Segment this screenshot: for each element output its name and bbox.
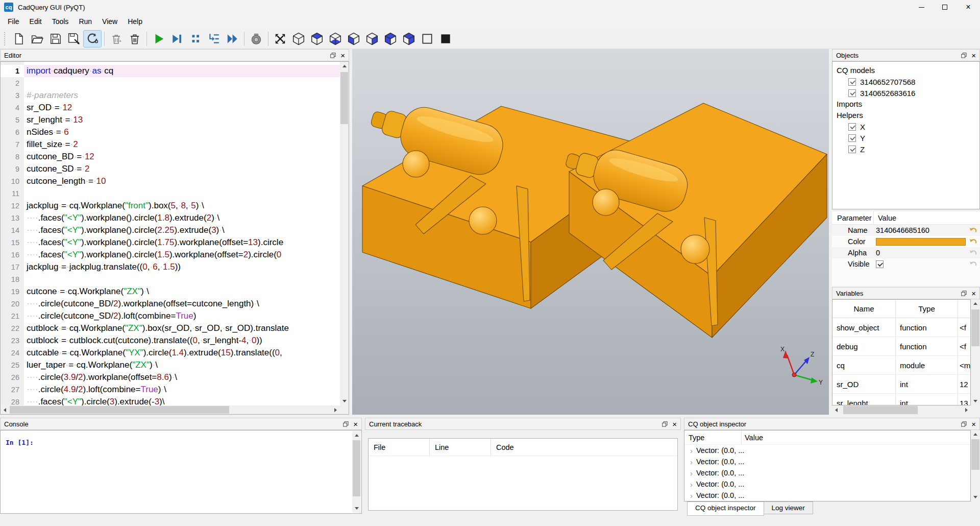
scroll-right-button[interactable]: [331, 405, 340, 414]
color-swatch[interactable]: [876, 238, 966, 246]
inspector-close-button[interactable]: ×: [971, 420, 976, 428]
scrollbar-thumb[interactable]: [10, 406, 229, 414]
new-script-button[interactable]: [10, 31, 28, 47]
objects-close-button[interactable]: ×: [971, 52, 976, 59]
variable-row-show_object[interactable]: show_objectfunction<f: [832, 318, 970, 337]
inspector-vertical-scrollbar[interactable]: [971, 430, 980, 501]
code-line[interactable]: [24, 77, 340, 89]
inspector-float-button[interactable]: [961, 421, 967, 427]
autoreload-button[interactable]: [84, 31, 101, 47]
screenshot-button[interactable]: [248, 31, 265, 47]
scroll-left-button[interactable]: [1, 405, 9, 414]
maximize-button[interactable]: [933, 0, 957, 14]
expand-chevron-icon[interactable]: ›: [684, 469, 696, 477]
open-script-button[interactable]: [29, 31, 46, 47]
tree-item-3140652707568[interactable]: 3140652707568: [832, 76, 979, 87]
front-view-button[interactable]: [345, 31, 362, 47]
console-input-area[interactable]: In [1]:: [0, 430, 362, 514]
code-editor[interactable]: 1234567891011121314151617181920212223242…: [0, 61, 349, 415]
scrollbar-thumb[interactable]: [353, 440, 360, 496]
scroll-up-button[interactable]: [971, 299, 979, 308]
debug-button[interactable]: [168, 31, 186, 47]
step-button[interactable]: [205, 31, 223, 47]
code-line[interactable]: import·cadquery·as·cq: [24, 65, 340, 77]
editor-code-area[interactable]: import·cadquery·as·cq#·parameterssr_OD·=…: [24, 62, 340, 405]
expand-chevron-icon[interactable]: ›: [684, 446, 696, 455]
inspector-row[interactable]: ›Vector: (0.0, ...: [684, 467, 970, 479]
code-line[interactable]: ····.faces("<Y").workplane().circle(1.75…: [24, 236, 340, 249]
visibility-checkbox[interactable]: [848, 146, 856, 153]
tab-log-viewer[interactable]: Log viewer: [764, 501, 813, 514]
code-line[interactable]: sr_OD·=·12: [24, 102, 340, 114]
code-line[interactable]: cutcone_BD·=·12: [24, 151, 340, 163]
minimize-button[interactable]: [910, 0, 933, 14]
expand-chevron-icon[interactable]: ›: [684, 480, 696, 489]
clear-console-button[interactable]: [108, 31, 125, 47]
scrollbar-thumb[interactable]: [843, 406, 918, 414]
inspector-row[interactable]: ›Vector: (0.0, ...: [684, 479, 970, 490]
inspector-row[interactable]: ›Vector: (0.0, ...: [684, 490, 970, 501]
undo-button[interactable]: [966, 226, 980, 234]
visibility-checkbox[interactable]: [848, 123, 856, 131]
code-line[interactable]: ····.faces("<Y").workplane().circle(2.25…: [24, 224, 340, 236]
code-line[interactable]: nSides·=·6: [24, 126, 340, 138]
console-close-button[interactable]: ×: [353, 420, 358, 428]
code-line[interactable]: cutblock·=·cq.Workplane("ZX").box(sr_OD,…: [24, 322, 340, 334]
code-line[interactable]: cutblock·=·cutblock.cut(cutcone).transla…: [24, 334, 340, 347]
scroll-up-button[interactable]: [352, 431, 361, 440]
variable-row-sr_lenght[interactable]: sr_lenghtint13: [832, 394, 970, 405]
variables-close-button[interactable]: ×: [971, 290, 976, 297]
menu-run[interactable]: Run: [74, 15, 97, 28]
breakpoints-button[interactable]: [187, 31, 204, 47]
tree-group-imports[interactable]: Imports: [832, 99, 979, 110]
scrollbar-thumb[interactable]: [971, 309, 979, 346]
variable-row-debug[interactable]: debugfunction<f: [832, 337, 970, 356]
left-view-button[interactable]: [382, 31, 399, 47]
console-vertical-scrollbar[interactable]: [352, 431, 361, 513]
menu-tools[interactable]: Tools: [47, 15, 74, 28]
visibility-checkbox[interactable]: [848, 78, 856, 86]
tree-item-x[interactable]: X: [832, 121, 979, 132]
shaded-button[interactable]: [437, 31, 454, 47]
scroll-up-button[interactable]: [971, 430, 979, 439]
save-script-button[interactable]: [47, 31, 64, 47]
code-line[interactable]: luer_taper·=·cq.Workplane("ZX")·\: [24, 359, 340, 371]
scrollbar-thumb[interactable]: [340, 72, 348, 124]
code-line[interactable]: cutcone_SD·=·2: [24, 163, 340, 175]
code-line[interactable]: cutcable·=·cq.Workplane("YX").circle(1.4…: [24, 347, 340, 359]
tree-group-cq-models[interactable]: CQ models: [832, 65, 979, 76]
code-line[interactable]: cutcone·=·cq.Workplane("ZX")·\: [24, 285, 340, 298]
render-button[interactable]: [150, 31, 167, 47]
scroll-down-button[interactable]: [971, 493, 979, 501]
scroll-up-button[interactable]: [340, 62, 349, 70]
objects-float-button[interactable]: [961, 53, 967, 58]
menu-help[interactable]: Help: [122, 15, 148, 28]
undo-button[interactable]: [966, 237, 980, 246]
scroll-right-button[interactable]: [962, 405, 971, 414]
scroll-left-button[interactable]: [832, 405, 841, 414]
back-view-button[interactable]: [363, 31, 381, 47]
code-line[interactable]: ····.circle(3.9/2).workplane(offset=8.6)…: [24, 371, 340, 384]
top-view-button[interactable]: [308, 31, 326, 47]
expand-chevron-icon[interactable]: ›: [684, 491, 696, 500]
code-line[interactable]: #·parameters: [24, 89, 340, 102]
variables-float-button[interactable]: [961, 291, 967, 296]
editor-close-button[interactable]: ×: [340, 52, 345, 59]
close-button[interactable]: ×: [957, 0, 980, 14]
code-line[interactable]: ····.circle(cutcone_BD/2).workplane(offs…: [24, 298, 340, 310]
code-line[interactable]: [24, 273, 340, 285]
tree-item-y[interactable]: Y: [832, 132, 979, 144]
inspector-row[interactable]: ›Vector: (0.0, ...: [684, 445, 970, 456]
menu-edit[interactable]: Edit: [24, 15, 47, 28]
right-view-button[interactable]: [400, 31, 418, 47]
tree-group-helpers[interactable]: Helpers: [832, 110, 979, 121]
continue-button[interactable]: [224, 31, 241, 47]
code-line[interactable]: ····.circle(cutcone_SD/2).loft(combine=T…: [24, 310, 340, 322]
variable-row-cq[interactable]: cqmodule<m: [832, 356, 970, 375]
code-line[interactable]: jackplug·=·cq.Workplane("front").box(5,·…: [24, 200, 340, 212]
visible-checkbox[interactable]: [876, 260, 884, 268]
menu-file[interactable]: File: [3, 15, 24, 28]
visibility-checkbox[interactable]: [848, 89, 856, 97]
save-as-script-button[interactable]: [65, 31, 83, 47]
tree-item-z[interactable]: Z: [832, 144, 979, 155]
